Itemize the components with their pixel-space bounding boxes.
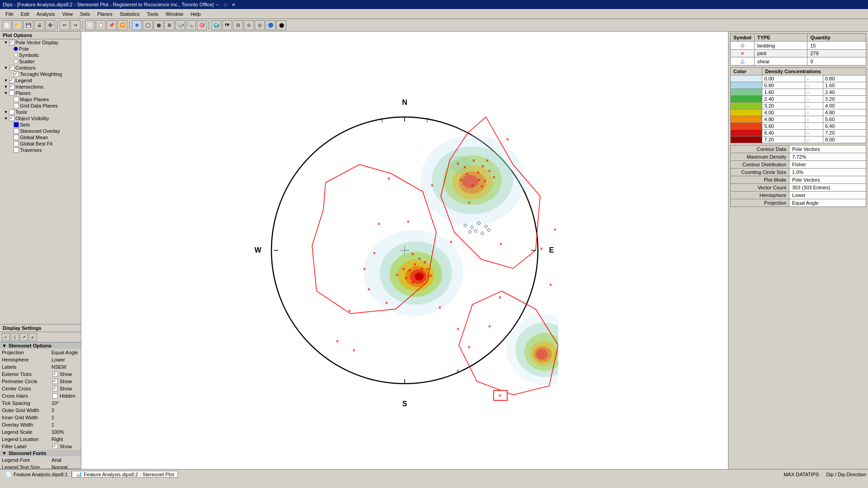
histogram-button[interactable]: ▦	[154, 20, 163, 30]
symbolic-radio[interactable]	[14, 53, 18, 57]
new-button[interactable]: 📄	[2, 20, 12, 30]
tab2-item[interactable]: 📊 Feature Analysis.dips8:2 - Stereonet P…	[72, 471, 178, 478]
tab1-item[interactable]: 📄 Feature Analysis.dips8:1	[2, 471, 72, 477]
zoom-in-button[interactable]: 🔍+	[175, 20, 185, 30]
globe-button[interactable]: 🌍	[211, 20, 221, 30]
tree-stereonet-overlay[interactable]: Stereonet Overlay	[0, 128, 81, 134]
perimeter-circle-check[interactable]	[52, 379, 58, 384]
tree-global-best[interactable]: Global Best Fit	[0, 141, 81, 147]
stereonet-plot: N S W E	[251, 92, 558, 408]
tree-tools[interactable]: ▼ Tools	[0, 109, 81, 115]
object-vis-check[interactable]	[9, 116, 14, 121]
svg-text:×: ×	[468, 200, 471, 205]
major-planes-check[interactable]	[14, 97, 19, 102]
redo-button[interactable]: ↪	[70, 20, 80, 30]
menu-sets[interactable]: Sets	[76, 10, 93, 18]
print-button[interactable]: 🖨	[34, 20, 44, 30]
global-mean-check[interactable]	[14, 135, 19, 140]
menu-help[interactable]: Help	[187, 10, 205, 18]
table-button[interactable]: ⊟	[233, 20, 243, 30]
rosette-button[interactable]: ◯	[143, 20, 153, 30]
select-button[interactable]: ⬜	[85, 20, 95, 30]
undo-button[interactable]: ↩	[60, 20, 70, 30]
pole-radio[interactable]	[14, 47, 18, 51]
circle4-button[interactable]: ⬤	[276, 20, 286, 30]
tab2-label: Feature Analysis.dips8:2 - Stereonet Plo…	[84, 472, 174, 477]
tree-contours[interactable]: ▼ Contours	[0, 65, 81, 71]
stereonet-fonts-section[interactable]: ▼ Stereonet Fonts	[0, 450, 81, 456]
maximize-button[interactable]: □	[222, 1, 229, 8]
tree-intersections[interactable]: ▼ Intersections	[0, 84, 81, 90]
main-content: Plot Options ▼ Pole Vector Display Pole …	[0, 32, 868, 469]
ds-bar-btn[interactable]: |	[11, 333, 19, 341]
menu-view[interactable]: View	[59, 10, 77, 18]
tools-check[interactable]	[9, 109, 14, 115]
ds-expand-btn[interactable]: ↗	[20, 333, 28, 341]
menu-file[interactable]: File	[2, 10, 17, 18]
tree-pole[interactable]: Pole	[0, 46, 81, 52]
map-button[interactable]: 🗺	[222, 20, 232, 30]
menu-statistics[interactable]: Statistics	[116, 10, 143, 18]
zoom-fit-button[interactable]: ⊞	[164, 20, 174, 30]
terzaghi-label: Terzaghi Weighting	[20, 71, 62, 77]
open-button[interactable]: 📂	[13, 20, 23, 30]
color-swatch-5	[731, 103, 762, 109]
tree-sets[interactable]: Sets	[0, 122, 81, 128]
paste-button[interactable]: 📌	[107, 20, 117, 30]
close-button[interactable]: ✕	[230, 1, 237, 8]
save-button[interactable]: 💾	[23, 20, 33, 30]
density-min-7: 4.80	[762, 116, 805, 123]
cross-hairs-check[interactable]	[52, 393, 58, 399]
copy-button[interactable]: 📋	[96, 20, 106, 30]
zoom-select-button[interactable]: 🎯	[197, 20, 207, 30]
tree-object-vis[interactable]: ▼ Object Visibility	[0, 115, 81, 122]
sets-check[interactable]	[14, 122, 19, 127]
planes-check[interactable]	[9, 90, 14, 96]
stereonet-button[interactable]: ⊕	[132, 20, 142, 30]
tree-planes[interactable]: ▼ Planes	[0, 90, 81, 96]
minimize-button[interactable]: ─	[214, 1, 221, 8]
zoom-out-button[interactable]: 🔍-	[186, 20, 196, 30]
circle2-button[interactable]: ◎	[255, 20, 265, 30]
ds-check-btn[interactable]: ✓	[2, 333, 10, 341]
ds-collapse-btn[interactable]: ↙	[29, 333, 37, 341]
add-row-button[interactable]: ➕	[45, 20, 55, 30]
pole-vector-check[interactable]	[9, 40, 14, 45]
intersections-check[interactable]	[9, 84, 14, 89]
tree-pole-vector[interactable]: ▼ Pole Vector Display	[0, 39, 81, 46]
tree-legend[interactable]: ▼ Legend	[0, 77, 81, 84]
grid-planes-check[interactable]	[14, 103, 19, 108]
tree-global-mean[interactable]: Global Mean	[0, 134, 81, 141]
stereonet-options-section[interactable]: ▼ Stereonet Options	[0, 343, 81, 349]
tree-symbolic[interactable]: Symbolic	[0, 52, 81, 58]
tree-major-planes[interactable]: Major Planes	[0, 96, 81, 103]
stereonet-overlay-check[interactable]	[14, 128, 19, 134]
contours-check[interactable]	[9, 65, 14, 70]
traverses-check[interactable]	[14, 147, 19, 153]
svg-text:×: ×	[411, 252, 414, 257]
terzaghi-check[interactable]	[14, 71, 19, 77]
center-cross-check[interactable]	[52, 386, 58, 391]
menu-tools[interactable]: Tools	[143, 10, 162, 18]
tree-traverses[interactable]: Traverses	[0, 147, 81, 153]
filter-label-check[interactable]	[52, 444, 58, 449]
tree-scatter[interactable]: Scatter	[0, 58, 81, 65]
scatter-radio[interactable]	[14, 59, 18, 64]
menu-edit[interactable]: Edit	[17, 10, 33, 18]
menu-planes[interactable]: Planes	[93, 10, 116, 18]
menu-analysis[interactable]: Analysis	[33, 10, 59, 18]
circle1-button[interactable]: ⊙	[244, 20, 254, 30]
contour-dist-value: Fisher	[789, 161, 866, 169]
tree-terzaghi[interactable]: Terzaghi Weighting	[0, 71, 81, 77]
global-best-check[interactable]	[14, 141, 19, 146]
circle3-button[interactable]: 🔵	[266, 20, 275, 30]
menu-window[interactable]: Window	[162, 10, 187, 18]
tree-grid-planes[interactable]: Grid Data Planes	[0, 103, 81, 109]
exterior-ticks-check[interactable]	[52, 371, 58, 377]
table-row: × joint 279	[731, 50, 866, 57]
filter-button[interactable]: 🔽	[117, 20, 127, 30]
stereonet-area[interactable]: N S W E	[81, 32, 728, 469]
legend-check[interactable]	[9, 78, 14, 83]
svg-text:×: ×	[439, 305, 441, 310]
density-header: Density Concentrations	[762, 68, 866, 75]
